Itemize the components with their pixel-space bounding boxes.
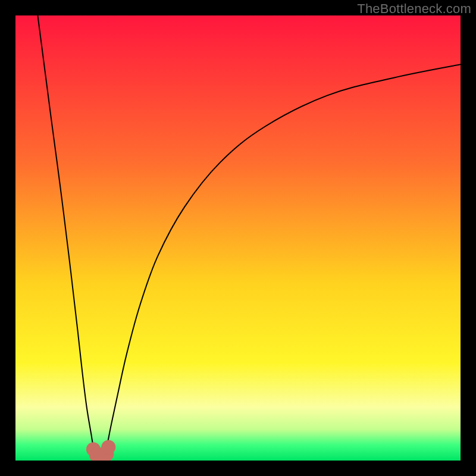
gradient-background <box>15 15 461 461</box>
bottleneck-curve-chart <box>15 15 461 461</box>
marker-dot <box>101 440 115 455</box>
plot-area <box>15 15 461 461</box>
watermark-text: TheBottleneck.com <box>357 1 471 17</box>
chart-frame: TheBottleneck.com <box>0 0 476 476</box>
